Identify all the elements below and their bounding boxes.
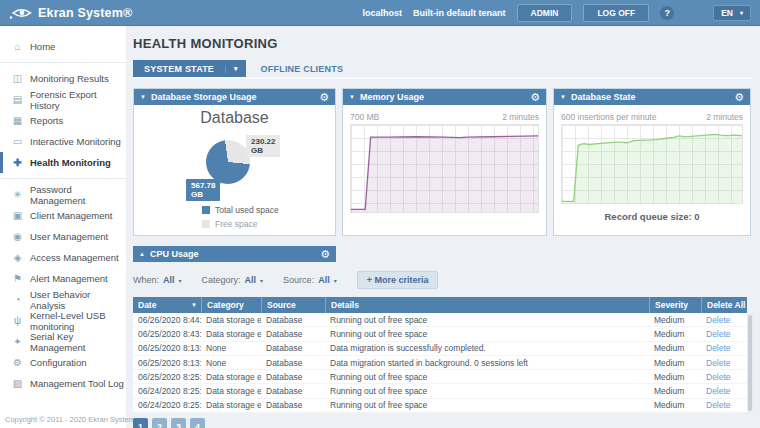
legend-free-label: Free space [215,219,258,229]
cell-category: None [201,358,261,368]
cell-details: Running out of free space [325,400,649,410]
database-state-title: Database State [571,92,636,102]
table-row: 06/25/2020 8:43:55 pm Data storage error… [133,327,747,341]
cell-date: 06/25/2020 8:13:56 pm [133,343,201,353]
delete-link[interactable]: Delete [706,372,731,382]
sidebar-item-alert-management[interactable]: ⚑ Alert Management [0,268,126,289]
cell-source: Database [261,315,325,325]
column-header-date[interactable]: Date ▼ [133,297,201,313]
kernel-level-usb-monitoring-icon: ψ [11,315,24,326]
source-filter-label: Source: [283,275,314,285]
memory-y-axis-label: 700 MB [350,112,379,122]
collapse-icon[interactable]: ▼ [560,94,566,100]
monitoring-results-icon: ◫ [11,73,24,84]
cell-source: Database [261,358,325,368]
tab-offline-clients[interactable]: OFFLINE CLIENTS [246,60,359,77]
page-button-2[interactable]: 2 [152,418,167,428]
cell-source: Database [261,329,325,339]
delete-link[interactable]: Delete [706,386,731,396]
database-storage-usage-title: Database Storage Usage [151,92,257,102]
copyright-text: Copyright © 2011 - 2020 Ekran System [5,415,135,424]
cell-severity: Medium [649,372,701,382]
more-criteria-button[interactable]: + More criteria [357,271,439,289]
table-body: 06/26/2020 8:44:06 am Data storage error… [133,313,747,413]
expand-icon[interactable]: ▲ [139,251,145,257]
page-button-3[interactable]: 3 [171,418,186,428]
logoff-button[interactable]: LOG OFF [583,4,649,22]
sidebar-item-user-behavior-analysis[interactable]: ◔ User Behavior Analysis [0,289,126,310]
when-filter-label: When: [133,275,159,285]
sidebar-item-user-management[interactable]: ◉ User Management [0,226,126,247]
cell-source: Database [261,400,325,410]
language-value: EN [721,8,733,18]
gear-icon[interactable]: ⚙ [319,92,329,103]
sidebar-item-interactive-monitoring[interactable]: ▭ Interactive Monitoring [0,131,126,152]
access-management-icon: ◈ [11,252,24,263]
sidebar-item-client-management[interactable]: ▣ Client Management [0,205,126,226]
used-space-callout: 567.78 GB [186,179,220,201]
cell-details: Running out of free space [325,372,649,382]
sidebar-item-home[interactable]: ⌂ Home [0,36,126,57]
free-space-callout: 230.22 GB [246,135,280,157]
user-management-icon: ◉ [11,231,24,242]
page-button-1[interactable]: 1 [133,418,148,428]
sidebar-item-access-management[interactable]: ◈ Access Management [0,247,126,268]
table-row: 06/26/2020 8:44:06 am Data storage error… [133,313,747,327]
column-header-delete-all[interactable]: Delete All [701,297,747,313]
memory-usage-header: ▼ Memory Usage ⚙ [343,89,546,105]
delete-link[interactable]: Delete [706,358,731,368]
sort-desc-icon: ▼ [191,302,197,308]
tab-system-state[interactable]: SYSTEM STATE ▾ [133,60,246,77]
delete-link[interactable]: Delete [706,343,731,353]
health-monitoring-icon: ✚ [11,157,24,168]
category-filter[interactable]: Category: All ▾ [202,275,264,285]
sidebar-item-management-tool-log[interactable]: ▧ Management Tool Log [0,373,126,394]
gear-icon[interactable]: ⚙ [734,92,744,103]
dbstate-y-axis-label: 600 insertions per minute [561,112,656,122]
column-header-details[interactable]: Details [325,297,649,313]
column-header-source[interactable]: Source [261,297,325,313]
when-filter[interactable]: When: All ▾ [133,275,182,285]
main-content: HEALTH MONITORING SYSTEM STATE ▾ OFFLINE… [126,26,760,428]
help-icon[interactable]: ? [660,6,674,20]
chevron-down-icon[interactable]: ▾ [225,65,246,73]
collapse-icon[interactable]: ▼ [140,94,146,100]
database-storage-usage-header: ▼ Database Storage Usage ⚙ [134,89,335,105]
language-selector[interactable]: EN ▾ [713,5,751,21]
pie-legend: Total used space Free space [202,205,279,233]
sidebar-item-forensic-export-history[interactable]: ▤ Forensic Export History [0,89,126,110]
sidebar-item-monitoring-results[interactable]: ◫ Monitoring Results [0,68,126,89]
sidebar-item-kernel-level-usb-monitoring[interactable]: ψ Kernel-Level USB monitoring [0,310,126,331]
page-button-4[interactable]: 4 [190,418,205,428]
delete-link[interactable]: Delete [706,400,731,410]
serial-key-management-icon: ✦ [11,336,24,347]
sidebar-item-password-management[interactable]: ✳ Password Management [0,184,126,205]
table-scrollbar-track[interactable] [747,313,753,413]
source-filter[interactable]: Source: All ▾ [283,275,337,285]
used-space-swatch [202,206,210,214]
table-scrollbar-thumb[interactable] [748,315,752,411]
sidebar-item-configuration[interactable]: ⚙ Configuration [0,352,126,373]
column-header-category[interactable]: Category [201,297,261,313]
cell-category: Data storage error [201,329,261,339]
cell-date: 06/25/2020 8:43:55 pm [133,329,201,339]
sidebar-item-health-monitoring[interactable]: ✚ Health Monitoring [0,152,126,173]
column-header-severity[interactable]: Severity [649,297,701,313]
table-row: 06/25/2020 8:13:56 pm None Database Data… [133,356,747,370]
collapse-icon[interactable]: ▼ [349,94,355,100]
delete-link[interactable]: Delete [706,329,731,339]
gear-icon[interactable]: ⚙ [320,249,330,260]
sidebar-nav: ⌂ Home ◫ Monitoring Results ▤ Forensic E… [0,31,126,399]
cell-details: Running out of free space [325,315,649,325]
reports-icon: ▦ [11,115,24,126]
delete-link[interactable]: Delete [706,315,731,325]
gear-icon[interactable]: ⚙ [530,92,540,103]
home-icon: ⌂ [11,41,24,52]
cell-details: Data migration started in background. 0 … [325,358,649,368]
cell-category: Data storage error [201,372,261,382]
sidebar-item-serial-key-management[interactable]: ✦ Serial Key Management [0,331,126,352]
cell-category: Data storage error [201,386,261,396]
alerts-table: Date ▼ Category Source Details Severity … [133,297,753,413]
admin-button[interactable]: ADMIN [517,4,573,22]
sidebar-item-reports[interactable]: ▦ Reports [0,110,126,131]
